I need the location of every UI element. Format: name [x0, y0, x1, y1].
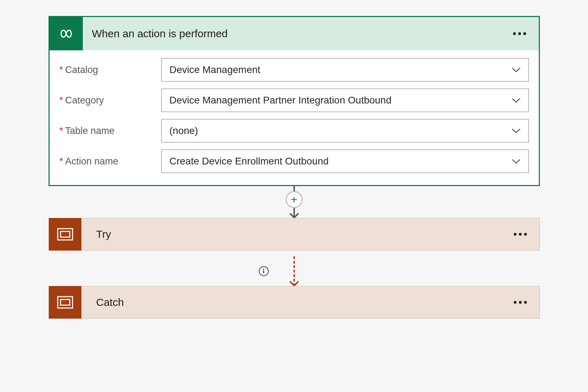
dataverse-icon	[50, 17, 83, 50]
svg-rect-3	[61, 299, 70, 305]
table-name-select-value: (none)	[170, 125, 198, 136]
chevron-down-icon	[512, 128, 521, 133]
trigger-body: * Catalog Device Management * Category D…	[50, 50, 539, 185]
action-name-select[interactable]: Create Device Enrollment Outbound	[161, 150, 529, 173]
chevron-down-icon	[512, 67, 521, 72]
try-more-button[interactable]: •••	[503, 228, 540, 240]
add-step-button[interactable]: +	[286, 191, 303, 208]
field-row-table-name: * Table name (none)	[59, 119, 529, 142]
trigger-header[interactable]: When an action is performed •••	[50, 17, 539, 50]
field-label-category: * Category	[59, 95, 161, 106]
field-label-table-name: * Table name	[59, 125, 161, 136]
required-asterisk-icon: *	[59, 65, 63, 75]
catch-scope-card[interactable]: Catch •••	[48, 286, 540, 319]
field-row-action-name: * Action name Create Device Enrollment O…	[59, 150, 529, 173]
field-row-catalog: * Catalog Device Management	[59, 58, 529, 82]
catch-more-button[interactable]: •••	[503, 296, 540, 308]
required-asterisk-icon: *	[59, 125, 63, 136]
catalog-select[interactable]: Device Management	[161, 58, 529, 82]
try-scope-title: Try	[96, 228, 503, 240]
scope-icon	[49, 286, 81, 319]
action-name-select-value: Create Device Enrollment Outbound	[170, 156, 329, 167]
try-scope-card[interactable]: Try •••	[48, 218, 540, 251]
run-after-info-icon[interactable]: i	[259, 266, 269, 276]
trigger-title: When an action is performed	[92, 28, 502, 40]
category-select[interactable]: Device Management Partner Integration Ou…	[161, 89, 529, 112]
svg-rect-1	[61, 231, 70, 237]
catch-scope-title: Catch	[96, 296, 503, 308]
chevron-down-icon	[512, 98, 521, 103]
required-asterisk-icon: *	[59, 156, 63, 167]
required-asterisk-icon: *	[59, 95, 63, 106]
field-label-action-name: * Action name	[59, 156, 161, 167]
connector-trigger-try: +	[285, 186, 303, 218]
field-row-category: * Category Device Management Partner Int…	[59, 89, 529, 112]
trigger-more-button[interactable]: •••	[502, 28, 539, 40]
scope-icon	[49, 218, 81, 251]
chevron-down-icon	[512, 159, 521, 164]
trigger-card: When an action is performed ••• * Catalo…	[48, 16, 540, 186]
field-label-catalog: * Catalog	[59, 65, 161, 75]
flow-canvas: When an action is performed ••• * Catalo…	[21, 16, 567, 319]
svg-rect-2	[58, 297, 73, 308]
connector-try-catch: i	[241, 251, 347, 286]
category-select-value: Device Management Partner Integration Ou…	[170, 95, 392, 106]
svg-rect-0	[58, 229, 73, 240]
table-name-select[interactable]: (none)	[161, 119, 529, 142]
catalog-select-value: Device Management	[170, 64, 261, 75]
